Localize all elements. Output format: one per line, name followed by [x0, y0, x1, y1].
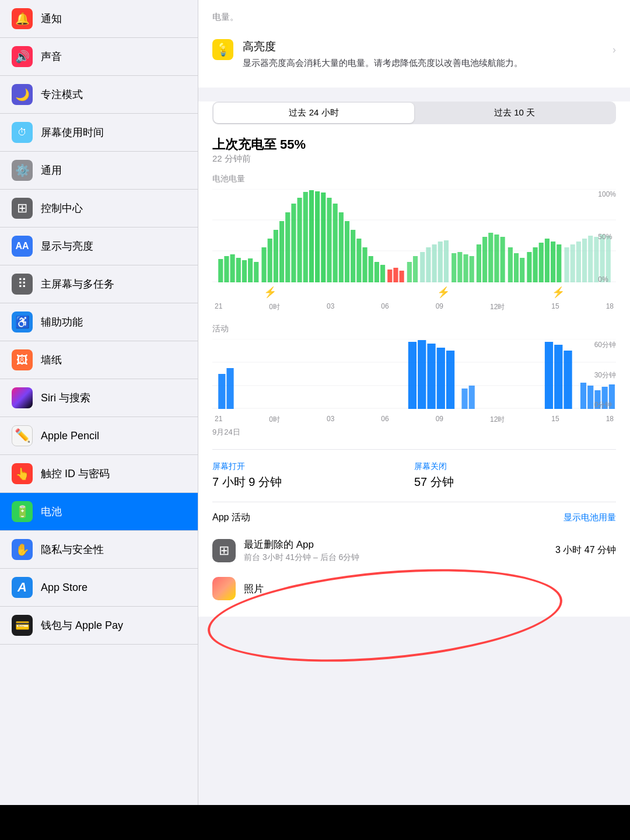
- sidebar-item-wallpaper[interactable]: 🖼 墙纸: [0, 341, 198, 379]
- sidebar-item-screentime[interactable]: ⏱ 屏幕使用时间: [0, 114, 198, 152]
- sidebar-label-appstore: App Store: [41, 582, 88, 594]
- sidebar-label-wallpaper: 墙纸: [41, 353, 62, 367]
- sidebar-label-notification: 通知: [41, 12, 62, 26]
- svg-rect-24: [339, 212, 344, 282]
- x-label-12: 12时: [490, 302, 505, 312]
- svg-rect-23: [333, 204, 338, 282]
- deleted-app-info: 最近删除的 App 前台 3小时 41分钟 – 后台 6分钟: [244, 538, 555, 563]
- x-label-a12: 12时: [490, 415, 505, 425]
- svg-rect-82: [554, 345, 562, 409]
- screen-on-label: 屏幕打开: [212, 461, 414, 472]
- svg-rect-53: [520, 258, 524, 282]
- general-icon: ⚙️: [12, 160, 33, 181]
- sidebar-item-focus[interactable]: 🌙 专注模式: [0, 76, 198, 114]
- charge-symbols: ⚡ ⚡ ⚡: [212, 286, 616, 299]
- sidebar-item-applepencil[interactable]: ✏️ Apple Pencil: [0, 417, 198, 455]
- control-icon: ⊞: [12, 198, 33, 219]
- sidebar-item-wallet[interactable]: 💳 钱包与 Apple Pay: [0, 607, 198, 645]
- battery-main-section: 过去 24 小时 过去 10 天 上次充电至 55% 22 分钟前 电池电量: [198, 102, 630, 617]
- svg-rect-85: [587, 386, 593, 409]
- tab-10d[interactable]: 过去 10 天: [414, 103, 615, 123]
- svg-rect-11: [261, 247, 266, 282]
- svg-rect-75: [418, 340, 426, 409]
- x-label-a18: 18: [606, 415, 614, 425]
- x-label-18: 18: [606, 302, 614, 312]
- svg-rect-27: [356, 239, 361, 282]
- sidebar-item-general[interactable]: ⚙️ 通用: [0, 152, 198, 190]
- y-label-60min: 60分钟: [594, 340, 616, 350]
- svg-rect-16: [291, 204, 296, 282]
- svg-rect-17: [298, 198, 302, 282]
- sidebar-item-battery[interactable]: 🔋 电池: [0, 493, 198, 531]
- svg-rect-37: [420, 252, 425, 282]
- charge-percent: 上次充电至 55%: [212, 136, 616, 153]
- y-label-100: 100%: [598, 190, 616, 198]
- svg-rect-13: [274, 230, 278, 282]
- x-label-a9: 09: [436, 415, 443, 425]
- svg-rect-76: [427, 344, 435, 409]
- svg-rect-74: [408, 342, 416, 409]
- sidebar-item-accessibility[interactable]: ♿ 辅助功能: [0, 303, 198, 341]
- brightness-title: 高亮度: [243, 39, 612, 54]
- svg-rect-26: [351, 230, 355, 282]
- svg-rect-58: [551, 242, 555, 282]
- charge-time: 22 分钟前: [212, 153, 616, 164]
- photos-app-icon: [212, 577, 236, 600]
- sidebar-item-control[interactable]: ⊞ 控制中心: [0, 190, 198, 228]
- svg-rect-52: [514, 253, 519, 282]
- sidebar-label-screentime: 屏幕使用时间: [41, 125, 104, 139]
- svg-rect-81: [545, 342, 553, 409]
- svg-rect-72: [218, 374, 225, 409]
- sidebar-item-touchid[interactable]: 👆 触控 ID 与密码: [0, 455, 198, 493]
- sidebar-label-sound: 声音: [41, 50, 62, 64]
- activity-y-labels: 60分钟 30分钟 0分钟: [594, 339, 616, 411]
- sidebar-item-sound[interactable]: 🔊 声音: [0, 38, 198, 76]
- sidebar-item-homescreen[interactable]: ⠿ 主屏幕与多任务: [0, 265, 198, 303]
- sidebar-label-focus: 专注模式: [41, 88, 83, 102]
- app-activity-title: App 活动: [212, 512, 250, 524]
- bottom-bar: [0, 805, 630, 840]
- charge-info: 上次充电至 55% 22 分钟前: [212, 136, 616, 164]
- brightness-arrow-icon: ›: [612, 44, 616, 56]
- tab-24h[interactable]: 过去 24 小时: [214, 103, 414, 123]
- svg-rect-80: [469, 386, 475, 409]
- svg-rect-63: [582, 239, 587, 282]
- svg-rect-25: [345, 221, 349, 282]
- svg-rect-56: [539, 243, 544, 282]
- svg-rect-47: [482, 237, 487, 282]
- photos-app-row[interactable]: 照片: [212, 570, 616, 607]
- svg-rect-84: [580, 383, 586, 409]
- svg-rect-49: [494, 235, 499, 282]
- svg-rect-22: [327, 198, 331, 282]
- sidebar-item-display[interactable]: AA 显示与亮度: [0, 228, 198, 265]
- screen-on-value: 7 小时 9 分钟: [212, 474, 414, 490]
- svg-rect-28: [362, 247, 367, 282]
- battery-x-labels: 21 0时 03 06 09 12时 15 18: [212, 302, 616, 312]
- sidebar-item-privacy[interactable]: ✋ 隐私与安全性: [0, 531, 198, 569]
- deleted-app-row[interactable]: ⊞ 最近删除的 App 前台 3小时 41分钟 – 后台 6分钟 3 小时 47…: [212, 531, 616, 570]
- brightness-desc: 显示器亮度高会消耗大量的电量。请考虑降低亮度以改善电池续航能力。: [243, 57, 612, 69]
- brightness-top-text: 电量。: [212, 12, 616, 23]
- svg-rect-59: [556, 244, 561, 282]
- sidebar-item-siri[interactable]: Siri 与搜索: [0, 379, 198, 417]
- brightness-text-block: 高亮度 显示器亮度高会消耗大量的电量。请考虑降低亮度以改善电池续航能力。: [243, 39, 612, 69]
- activity-chart-svg: [212, 339, 616, 409]
- svg-rect-62: [576, 242, 581, 282]
- svg-rect-55: [533, 247, 538, 282]
- y-label-0min: 0分钟: [594, 400, 616, 410]
- sidebar-item-appstore[interactable]: A App Store: [0, 569, 198, 607]
- screen-off-value: 57 分钟: [414, 474, 616, 490]
- x-label-a15: 15: [551, 415, 559, 425]
- show-battery-link[interactable]: 显示电池用量: [564, 512, 616, 523]
- screen-off-stat: 屏幕关闭 57 分钟: [414, 461, 616, 490]
- sidebar-label-control: 控制中心: [41, 201, 83, 215]
- time-period-tabs[interactable]: 过去 24 小时 过去 10 天: [212, 102, 616, 124]
- accessibility-icon: ♿: [12, 312, 33, 332]
- svg-rect-29: [369, 256, 373, 282]
- brightness-icon: 💡: [212, 39, 233, 60]
- sidebar-label-general: 通用: [41, 163, 62, 177]
- sidebar-item-notification[interactable]: 🔔 通知: [0, 0, 198, 38]
- brightness-row: 💡 高亮度 显示器亮度高会消耗大量的电量。请考虑降低亮度以改善电池续航能力。 ›: [212, 32, 616, 76]
- sidebar-label-display: 显示与亮度: [41, 239, 93, 253]
- svg-rect-36: [413, 256, 418, 282]
